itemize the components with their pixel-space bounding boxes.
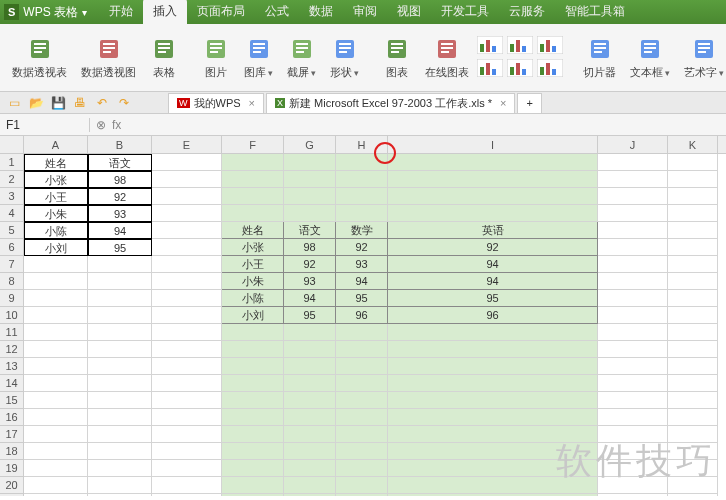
ribbon-pivot-chart[interactable]: 数据透视图 [75,33,142,82]
cell[interactable] [24,426,88,443]
cell[interactable] [24,375,88,392]
close-icon[interactable]: × [249,97,255,109]
cell[interactable] [222,205,284,222]
cell[interactable] [336,375,388,392]
cell[interactable] [24,358,88,375]
col-header-B[interactable]: B [88,136,152,153]
row-header-13[interactable]: 13 [0,358,24,375]
cell[interactable] [668,409,718,426]
row-header-11[interactable]: 11 [0,324,24,341]
menu-tab-3[interactable]: 公式 [255,0,299,24]
add-tab-button[interactable]: + [517,93,541,113]
cell[interactable] [388,358,598,375]
cell[interactable] [152,341,222,358]
row-header-12[interactable]: 12 [0,341,24,358]
cell[interactable] [668,392,718,409]
mini-chart-col[interactable] [477,36,505,57]
cell[interactable] [668,307,718,324]
row-header-5[interactable]: 5 [0,222,24,239]
cell[interactable] [152,239,222,256]
cell[interactable] [24,494,88,496]
cell[interactable] [598,409,668,426]
cell[interactable] [284,409,336,426]
cell[interactable]: 姓名 [222,222,284,239]
cell[interactable] [668,341,718,358]
cell[interactable] [668,426,718,443]
row-header-14[interactable]: 14 [0,375,24,392]
cell[interactable] [88,324,152,341]
cell[interactable] [88,307,152,324]
cell[interactable] [388,409,598,426]
cell[interactable]: 小朱 [24,205,88,222]
cell[interactable]: 92 [388,239,598,256]
cell[interactable] [668,290,718,307]
cell[interactable] [24,324,88,341]
cell[interactable] [222,358,284,375]
row-header-15[interactable]: 15 [0,392,24,409]
cell[interactable]: 93 [88,205,152,222]
cell[interactable]: 小张 [222,239,284,256]
cell[interactable] [668,358,718,375]
cell[interactable] [222,341,284,358]
col-header-G[interactable]: G [284,136,336,153]
cell[interactable] [222,188,284,205]
cell[interactable] [24,307,88,324]
cell[interactable] [284,443,336,460]
cell[interactable] [152,477,222,494]
cell[interactable] [336,171,388,188]
cell[interactable] [336,188,388,205]
col-header-I[interactable]: I [388,136,598,153]
row-header-4[interactable]: 4 [0,205,24,222]
cell[interactable] [152,392,222,409]
cell[interactable] [598,392,668,409]
col-header-K[interactable]: K [668,136,718,153]
cell[interactable] [222,443,284,460]
cell[interactable] [24,443,88,460]
cell[interactable] [598,307,668,324]
cell[interactable] [598,358,668,375]
cell[interactable] [88,256,152,273]
cell[interactable]: 数学 [336,222,388,239]
cell[interactable] [668,477,718,494]
cell[interactable] [152,222,222,239]
cell[interactable]: 96 [336,307,388,324]
cell[interactable] [598,324,668,341]
cell[interactable] [284,341,336,358]
cell[interactable] [668,256,718,273]
ribbon-shapes[interactable]: 形状▾ [324,33,365,82]
cell[interactable] [388,188,598,205]
cell[interactable] [152,375,222,392]
cell[interactable] [152,409,222,426]
cell[interactable] [88,392,152,409]
spreadsheet-grid[interactable]: ABEFGHIJK 123456789101112131415161718192… [0,136,726,496]
cell[interactable]: 95 [336,290,388,307]
cell[interactable] [336,205,388,222]
cell[interactable]: 92 [284,256,336,273]
cell[interactable] [152,256,222,273]
mini-chart-area[interactable] [477,59,505,80]
cell[interactable]: 94 [336,273,388,290]
cell[interactable] [336,460,388,477]
menu-tab-0[interactable]: 开始 [99,0,143,24]
cell[interactable] [24,460,88,477]
ribbon-table[interactable]: 表格 [144,33,184,82]
mini-chart-pie[interactable] [537,59,565,80]
menu-tab-4[interactable]: 数据 [299,0,343,24]
cell[interactable] [668,273,718,290]
cell[interactable] [88,358,152,375]
cell[interactable] [222,375,284,392]
cell[interactable]: 95 [388,290,598,307]
cell[interactable] [152,188,222,205]
cell[interactable] [222,392,284,409]
cell[interactable] [388,324,598,341]
cell[interactable] [152,290,222,307]
cell[interactable] [152,205,222,222]
cell[interactable] [222,477,284,494]
select-all-corner[interactable] [0,136,24,153]
cell[interactable]: 93 [336,256,388,273]
fx-icon[interactable]: fx [112,118,121,132]
cell[interactable]: 小朱 [222,273,284,290]
cell[interactable] [152,171,222,188]
cell[interactable] [88,460,152,477]
cell[interactable] [284,154,336,171]
